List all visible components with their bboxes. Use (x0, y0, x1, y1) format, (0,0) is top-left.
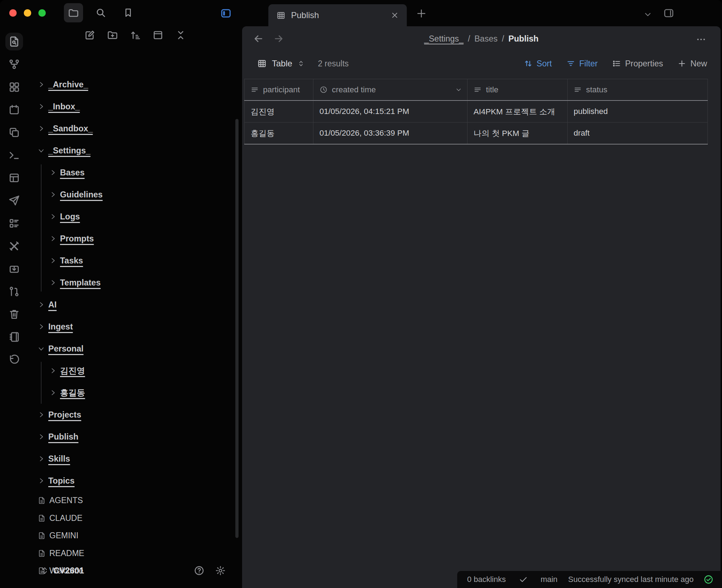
cell-title[interactable]: AI4PKM 프로젝트 소개 (467, 101, 567, 122)
cell-participant[interactable]: 김진영 (244, 101, 313, 122)
table-row[interactable]: 김진영 01/05/2026, 04:15:21 PM AI4PKM 프로젝트 … (244, 101, 708, 123)
tree-folder-ingest[interactable]: Ingest (28, 316, 233, 338)
tree-folder-bases[interactable]: Bases (28, 162, 233, 184)
calendar-icon[interactable] (8, 104, 20, 116)
more-horizontal-icon (696, 34, 706, 45)
backlinks-count[interactable]: 0 backlinks (467, 575, 506, 584)
vault-switcher-icon[interactable] (40, 566, 49, 575)
column-header-title[interactable]: title (467, 79, 567, 100)
zoom-window-button[interactable] (38, 9, 46, 17)
file-explorer-sidebar: _Archive_ _Inbox_ _Sandbox_ _Settings_ B… (28, 26, 241, 588)
close-window-button[interactable] (9, 9, 17, 17)
chevron-down-icon (38, 345, 45, 352)
sort-button[interactable]: Sort (524, 59, 552, 69)
tree-folder-tasks[interactable]: Tasks (28, 250, 233, 272)
minimize-window-button[interactable] (24, 9, 31, 17)
cell-participant[interactable]: 홍길동 (244, 123, 313, 144)
new-folder-button[interactable] (106, 29, 119, 41)
new-entry-button[interactable]: New (677, 59, 707, 69)
search-tab-button[interactable] (91, 3, 110, 22)
git-fork-icon[interactable] (8, 58, 20, 70)
tree-folder-personal[interactable]: Personal (28, 338, 233, 360)
bookmarks-tab-button[interactable] (119, 3, 138, 22)
chevron-right-icon (49, 235, 56, 242)
new-tab-button[interactable] (416, 8, 427, 19)
column-header-participant[interactable]: participant (244, 79, 313, 100)
properties-button[interactable]: Properties (612, 59, 663, 69)
import-icon[interactable] (8, 263, 20, 275)
tree-folder-honggildong[interactable]: 홍길동 (28, 382, 233, 404)
titlebar: Publish (0, 0, 722, 26)
layout-panel-icon[interactable] (8, 172, 20, 184)
file-tree: _Archive_ _Inbox_ _Sandbox_ _Settings_ B… (28, 74, 233, 552)
vault-name[interactable]: CV2601 (53, 566, 183, 576)
git-branch-name[interactable]: main (541, 575, 558, 584)
cell-created-time[interactable]: 01/05/2026, 04:15:21 PM (313, 101, 467, 122)
sync-success-icon[interactable] (704, 575, 713, 584)
tree-folder-archive[interactable]: _Archive_ (28, 74, 233, 96)
tab-close-button[interactable] (390, 11, 399, 20)
chevrons-up-down-icon[interactable] (297, 60, 305, 67)
tree-file-claude[interactable]: CLAUDE (28, 510, 233, 527)
tree-folder-logs[interactable]: Logs (28, 206, 233, 228)
trash-icon[interactable] (8, 308, 20, 320)
layout-grid-icon[interactable] (8, 81, 20, 93)
tree-folder-publish[interactable]: Publish (28, 426, 233, 448)
list-blocks-icon[interactable] (8, 217, 20, 229)
crossed-tools-icon[interactable] (8, 240, 20, 252)
tree-folder-prompts[interactable]: Prompts (28, 228, 233, 250)
close-icon (390, 11, 399, 20)
panel-top-button[interactable] (152, 29, 164, 41)
send-icon[interactable] (8, 195, 20, 207)
breadcrumb-settings[interactable]: _Settings_ (424, 34, 464, 44)
terminal-icon[interactable] (8, 149, 20, 161)
copy-icon[interactable] (8, 126, 20, 138)
new-note-button[interactable] (84, 29, 96, 41)
help-button[interactable] (194, 565, 204, 576)
tree-folder-inbox[interactable]: _Inbox_ (28, 96, 233, 118)
tab-publish[interactable]: Publish (268, 4, 407, 26)
sync-status-text[interactable]: Successfully synced last minute ago (568, 575, 694, 584)
sort-order-button[interactable] (129, 29, 141, 41)
history-icon[interactable] (8, 354, 20, 366)
cell-status[interactable]: draft (567, 123, 708, 144)
settings-button[interactable] (215, 565, 226, 576)
collapse-all-button[interactable] (175, 29, 187, 41)
tree-folder-settings[interactable]: _Settings_ (28, 140, 233, 162)
tree-file-gemini[interactable]: GEMINI (28, 527, 233, 545)
chevron-right-icon (38, 323, 45, 330)
file-search-icon[interactable] (8, 36, 20, 48)
tree-folder-projects[interactable]: Projects (28, 404, 233, 426)
sort-arrows-icon (524, 59, 533, 68)
more-options-button[interactable] (696, 34, 706, 45)
tree-folder-skills[interactable]: Skills (28, 448, 233, 470)
notebook-icon[interactable] (8, 331, 20, 343)
files-tab-button[interactable] (64, 3, 83, 22)
bases-table: participant created time title status (244, 79, 708, 145)
tree-folder-kimjinyoung[interactable]: 김진영 (28, 360, 233, 382)
filter-button[interactable]: Filter (566, 59, 598, 69)
cell-title[interactable]: 나의 첫 PKM 글 (467, 123, 567, 144)
sidebar-scrollbar[interactable] (235, 119, 239, 538)
column-header-status[interactable]: status (567, 79, 708, 100)
tree-folder-ai[interactable]: AI (28, 294, 233, 316)
cell-status[interactable]: published (567, 101, 708, 122)
chevron-down-icon[interactable] (455, 86, 462, 93)
breadcrumb-separator: / (502, 34, 504, 44)
view-selector[interactable]: Table (272, 59, 292, 69)
tree-file-agents[interactable]: AGENTS (28, 492, 233, 510)
git-pull-request-icon[interactable] (8, 285, 20, 298)
breadcrumb-bases[interactable]: Bases (474, 34, 497, 44)
chevron-right-icon (38, 301, 45, 308)
left-sidebar-toggle-button[interactable] (220, 7, 232, 19)
tree-folder-topics[interactable]: Topics (28, 470, 233, 492)
cell-created-time[interactable]: 01/05/2026, 03:36:39 PM (313, 123, 467, 144)
table-row[interactable]: 홍길동 01/05/2026, 03:36:39 PM 나의 첫 PKM 글 d… (244, 123, 708, 145)
tree-folder-sandbox[interactable]: _Sandbox_ (28, 118, 233, 140)
tab-list-dropdown-button[interactable] (643, 10, 652, 19)
tree-folder-guidelines[interactable]: Guidelines (28, 184, 233, 206)
tree-folder-templates[interactable]: Templates (28, 272, 233, 294)
column-header-created-time[interactable]: created time (313, 79, 467, 100)
right-sidebar-toggle-button[interactable] (663, 7, 674, 19)
indent-guide (41, 164, 42, 292)
